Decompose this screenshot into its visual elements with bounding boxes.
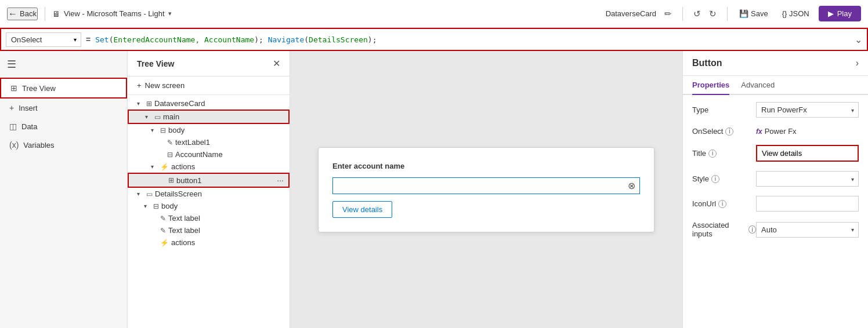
sidebar-header: ☰ bbox=[0, 51, 127, 78]
tree-node-textlabel-ds1[interactable]: ✎ Text label bbox=[128, 212, 290, 224]
back-arrow-icon: ← bbox=[8, 9, 17, 19]
body-icon: ⊟ bbox=[160, 126, 166, 134]
tree-node-textlabel1-label: textLabel1 bbox=[175, 138, 210, 147]
prop-type-label-text: Type bbox=[692, 105, 708, 114]
tree-node-detailsscreen[interactable]: ▾ ▭ DetailsScreen bbox=[128, 188, 290, 200]
expand-arrow-main-icon: ▾ bbox=[145, 114, 152, 120]
prop-title-row: Title i bbox=[692, 145, 859, 162]
json-label: JSON bbox=[789, 9, 809, 18]
card-label: Enter account name bbox=[332, 162, 640, 170]
back-button[interactable]: ← Back bbox=[7, 8, 38, 20]
button-icon: ⊞ bbox=[168, 176, 174, 184]
formula-expand-button[interactable]: ⌄ bbox=[855, 34, 862, 45]
prop-onselect-row: OnSelect i fx Power Fx bbox=[692, 127, 859, 136]
tree-node-button1[interactable]: ⊞ button1 ··· bbox=[128, 173, 290, 188]
prop-style-select[interactable] bbox=[756, 171, 859, 187]
tree-node-actions-ds[interactable]: ⚡ actions bbox=[128, 236, 290, 249]
chevron-down-icon: ▾ bbox=[168, 10, 172, 17]
prop-style-info-icon: i bbox=[711, 175, 719, 183]
json-button[interactable]: {} JSON bbox=[777, 7, 814, 20]
tree-header: Tree View ✕ bbox=[128, 51, 290, 76]
prop-onselect-label: OnSelect i bbox=[692, 127, 756, 136]
back-label: Back bbox=[20, 9, 37, 18]
tree-title: Tree View bbox=[137, 59, 174, 68]
view-selector[interactable]: 🖥 View - Microsoft Teams - Light ▾ bbox=[52, 9, 172, 19]
tree-node-accountname[interactable]: ⊟ AccountName bbox=[128, 148, 290, 161]
prop-associated-inputs-label-text: Associated inputs bbox=[692, 221, 746, 238]
prop-associated-inputs-select-wrap: Auto ▾ bbox=[756, 222, 859, 238]
tree-node-textlabel-ds1-label: Text label bbox=[168, 214, 200, 223]
edit-name-button[interactable]: ✏ bbox=[661, 6, 675, 21]
play-label: Play bbox=[837, 9, 852, 18]
prop-onselect-label-text: OnSelect bbox=[692, 127, 723, 136]
actions-ds-icon: ⚡ bbox=[160, 239, 169, 247]
card-input-field[interactable] bbox=[332, 177, 640, 194]
prop-iconurl-row: IconUrl i bbox=[692, 196, 859, 212]
prop-iconurl-info-icon: i bbox=[718, 200, 726, 208]
tree-close-button[interactable]: ✕ bbox=[273, 58, 280, 69]
prop-associated-inputs-select[interactable]: Auto bbox=[756, 222, 859, 238]
play-button[interactable]: ▶ Play bbox=[819, 6, 861, 21]
new-screen-button[interactable]: + New screen bbox=[128, 76, 290, 95]
formula-input[interactable]: Set(EnteredAccountName, AccountName); Na… bbox=[95, 35, 850, 44]
label-icon: ✎ bbox=[167, 139, 173, 147]
insert-icon: + bbox=[9, 103, 14, 112]
tab-advanced[interactable]: Advanced bbox=[741, 76, 775, 95]
prop-associated-inputs-label: Associated inputs i bbox=[692, 221, 756, 238]
tree-node-dataversecard-label: DataverseCard bbox=[154, 99, 205, 108]
tree-node-textlabel-ds2[interactable]: ✎ Text label bbox=[128, 224, 290, 236]
hamburger-button[interactable]: ☰ bbox=[5, 56, 19, 73]
prop-type-value: Run PowerFx ▾ bbox=[756, 102, 859, 118]
card-clear-button[interactable]: ⊗ bbox=[628, 180, 635, 191]
container-main-icon: ▭ bbox=[154, 113, 161, 121]
play-icon: ▶ bbox=[828, 9, 834, 18]
tree-node-actions[interactable]: ▾ ⚡ actions bbox=[128, 161, 290, 173]
formula-navigate: Navigate bbox=[268, 35, 305, 44]
prop-type-select[interactable]: Run PowerFx bbox=[756, 102, 859, 118]
sidebar-item-data-label: Data bbox=[21, 122, 37, 131]
tab-properties[interactable]: Properties bbox=[692, 76, 729, 95]
save-label: Save bbox=[751, 9, 768, 18]
fx-icon: fx bbox=[756, 127, 762, 136]
sidebar-item-variables[interactable]: (x) Variables bbox=[0, 136, 127, 154]
prop-iconurl-input[interactable] bbox=[756, 196, 859, 212]
sidebar-item-data[interactable]: ◫ Data bbox=[0, 117, 127, 136]
prop-type-row: Type Run PowerFx ▾ bbox=[692, 102, 859, 118]
tree-node-body2[interactable]: ▾ ⊟ body bbox=[128, 200, 290, 212]
tree-node-detailsscreen-label: DetailsScreen bbox=[155, 189, 202, 198]
tree-panel: Tree View ✕ + New screen ▾ ⊞ DataverseCa… bbox=[128, 51, 290, 328]
prop-title-input[interactable] bbox=[757, 146, 858, 161]
prop-style-label-text: Style bbox=[692, 174, 709, 183]
formula-paren1: ( bbox=[109, 35, 114, 44]
view-icon: 🖥 bbox=[52, 9, 60, 19]
tree-node-body2-label: body bbox=[161, 202, 178, 210]
tree-more-button[interactable]: ··· bbox=[272, 176, 288, 185]
json-icon: {} bbox=[782, 9, 787, 18]
redo-button[interactable]: ↻ bbox=[706, 6, 720, 21]
tree-node-dataversecard[interactable]: ▾ ⊞ DataverseCard bbox=[128, 97, 290, 110]
topbar-right: DataverseCard ✏ ↺ ↻ 💾 Save {} JSON ▶ Pla… bbox=[606, 6, 861, 21]
tree-node-body[interactable]: ▾ ⊟ body bbox=[128, 124, 290, 136]
formula-paren2: ); bbox=[254, 35, 267, 44]
formula-paren4: ); bbox=[368, 35, 377, 44]
save-button[interactable]: 💾 Save bbox=[735, 7, 773, 20]
formula-param1: EnteredAccountName, AccountName bbox=[114, 35, 255, 44]
card-view-button[interactable]: View details bbox=[332, 201, 392, 218]
prop-iconurl-label-text: IconUrl bbox=[692, 199, 716, 208]
topbar-left: ← Back 🖥 View - Microsoft Teams - Light … bbox=[7, 7, 172, 21]
prop-iconurl-value bbox=[756, 196, 859, 212]
tree-node-main[interactable]: ▾ ▭ main bbox=[128, 110, 290, 124]
undo-button[interactable]: ↺ bbox=[690, 6, 704, 21]
sidebar-item-tree-view[interactable]: ⊞ Tree View bbox=[0, 78, 127, 99]
main-layout: ☰ ⊞ Tree View + Insert ◫ Data (x) Variab… bbox=[0, 51, 868, 328]
property-selector-wrap: OnSelect ▾ bbox=[6, 32, 81, 47]
prop-title-label-text: Title bbox=[692, 149, 706, 158]
details-screen-icon: ▭ bbox=[146, 190, 153, 198]
sidebar-item-insert[interactable]: + Insert bbox=[0, 99, 127, 117]
tree-node-textlabel1[interactable]: ✎ textLabel1 bbox=[128, 136, 290, 148]
property-selector[interactable]: OnSelect bbox=[6, 32, 81, 47]
right-expand-button[interactable]: › bbox=[856, 58, 859, 68]
tree-node-actions-ds-label: actions bbox=[171, 238, 195, 247]
sidebar-item-tree-view-label: Tree View bbox=[22, 84, 56, 93]
tree-view-icon: ⊞ bbox=[10, 83, 17, 93]
